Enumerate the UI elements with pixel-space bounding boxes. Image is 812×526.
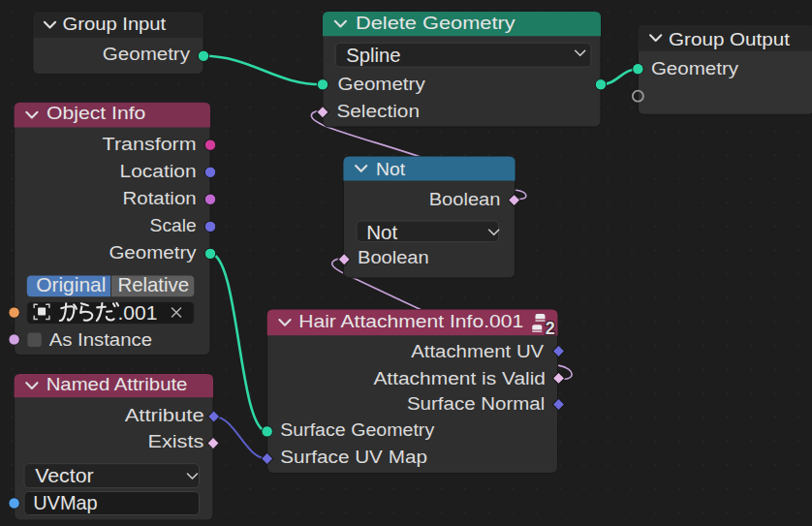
svg-text:Named Attribute: Named Attribute	[47, 374, 188, 394]
svg-text:Object Info: Object Info	[47, 103, 145, 123]
svg-text:Surface Normal: Surface Normal	[407, 394, 545, 414]
svg-text:Attribute: Attribute	[125, 406, 204, 425]
svg-text:.001: .001	[118, 301, 158, 324]
svg-text:Scale: Scale	[150, 216, 197, 235]
svg-text:Delete Geometry: Delete Geometry	[356, 13, 515, 33]
svg-text:Rotation: Rotation	[123, 189, 197, 208]
svg-text:Relative: Relative	[118, 273, 190, 295]
svg-text:Geometry: Geometry	[651, 59, 738, 78]
svg-text:Hair Attachment Info.001: Hair Attachment Info.001	[298, 311, 523, 331]
svg-text:UVMap: UVMap	[33, 491, 98, 513]
svg-text:2: 2	[546, 319, 555, 338]
svg-text:Geometry: Geometry	[103, 45, 190, 64]
svg-text:Group Input: Group Input	[63, 14, 167, 34]
svg-text:As Instance: As Instance	[49, 330, 152, 350]
svg-text:Original: Original	[36, 273, 106, 295]
svg-text:Vector: Vector	[35, 464, 93, 486]
svg-text:Boolean: Boolean	[358, 248, 429, 267]
svg-text:Attachment is Valid: Attachment is Valid	[373, 369, 546, 388]
svg-text:Boolean: Boolean	[429, 190, 501, 209]
svg-text:Transform: Transform	[103, 135, 197, 154]
svg-text:Surface UV Map: Surface UV Map	[280, 448, 427, 467]
svg-text:Group Output: Group Output	[669, 29, 791, 49]
svg-text:Location: Location	[120, 162, 197, 181]
svg-text:Geometry: Geometry	[338, 75, 425, 94]
svg-text:Not: Not	[366, 221, 397, 243]
svg-text:Not: Not	[376, 159, 406, 179]
svg-text:Attachment UV: Attachment UV	[411, 342, 544, 361]
svg-text:Selection: Selection	[336, 102, 420, 121]
svg-text:Spline: Spline	[346, 44, 400, 66]
svg-text:Geometry: Geometry	[109, 243, 196, 263]
svg-text:Exists: Exists	[147, 432, 203, 451]
svg-text:Surface Geometry: Surface Geometry	[280, 420, 434, 440]
